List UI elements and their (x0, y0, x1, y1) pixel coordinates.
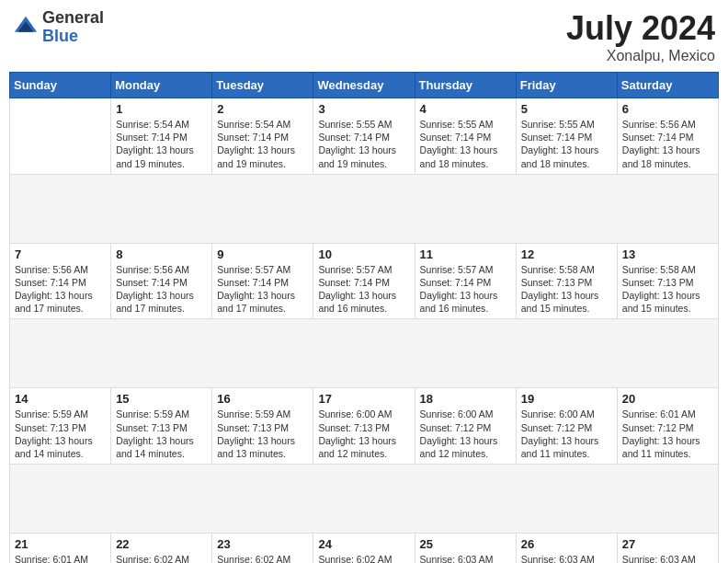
cell-day-number: 9 (217, 247, 308, 261)
sunset-text: Sunset: 7:14 PM (116, 276, 207, 289)
week-gap-row (10, 465, 719, 534)
cell-info: Sunrise: 6:01 AMSunset: 7:12 PMDaylight:… (15, 553, 106, 563)
week-row-2: 7Sunrise: 5:56 AMSunset: 7:14 PMDaylight… (10, 243, 719, 319)
cell-day-number: 20 (622, 392, 713, 406)
daylight-text: Daylight: 13 hours and 12 minutes. (318, 434, 409, 460)
cell-info: Sunrise: 6:02 AMSunset: 7:11 PMDaylight:… (217, 553, 308, 563)
header-saturday: Saturday (617, 73, 718, 98)
cell-day-number: 7 (15, 247, 106, 261)
sunrise-text: Sunrise: 6:00 AM (521, 408, 612, 420)
header-sunday: Sunday (10, 73, 111, 98)
logo: General Blue (13, 9, 104, 46)
cell-info: Sunrise: 5:55 AMSunset: 7:14 PMDaylight:… (420, 118, 511, 170)
cell-day-number: 8 (116, 247, 207, 261)
daylight-text: Daylight: 13 hours and 17 minutes. (116, 289, 207, 315)
cell-info: Sunrise: 5:57 AMSunset: 7:14 PMDaylight:… (420, 263, 511, 316)
cell-day-number: 14 (15, 392, 106, 406)
calendar-cell: 20Sunrise: 6:01 AMSunset: 7:12 PMDayligh… (617, 388, 718, 465)
cell-info: Sunrise: 6:00 AMSunset: 7:12 PMDaylight:… (420, 408, 511, 460)
cell-day-number: 17 (318, 392, 409, 406)
sunrise-text: Sunrise: 6:01 AM (622, 408, 713, 420)
daylight-text: Daylight: 13 hours and 15 minutes. (622, 289, 713, 315)
sunrise-text: Sunrise: 6:00 AM (318, 408, 409, 420)
header-wednesday: Wednesday (313, 73, 415, 98)
cell-day-number: 22 (116, 537, 207, 551)
cell-info: Sunrise: 5:56 AMSunset: 7:14 PMDaylight:… (15, 263, 106, 316)
sunset-text: Sunset: 7:13 PM (521, 276, 612, 289)
logo-text: General Blue (42, 9, 104, 46)
calendar-cell: 13Sunrise: 5:58 AMSunset: 7:13 PMDayligh… (617, 243, 718, 319)
cell-info: Sunrise: 6:02 AMSunset: 7:11 PMDaylight:… (116, 553, 207, 563)
cell-day-number: 2 (217, 102, 308, 116)
calendar-cell: 10Sunrise: 5:57 AMSunset: 7:14 PMDayligh… (313, 243, 415, 319)
cell-day-number: 3 (318, 102, 409, 116)
cell-day-number: 10 (318, 247, 409, 261)
sunrise-text: Sunrise: 6:00 AM (420, 408, 511, 420)
cell-info: Sunrise: 5:58 AMSunset: 7:13 PMDaylight:… (622, 263, 713, 316)
calendar-subtitle: Xonalpu, Mexico (566, 48, 715, 64)
daylight-text: Daylight: 13 hours and 11 minutes. (622, 434, 713, 460)
daylight-text: Daylight: 13 hours and 11 minutes. (521, 434, 612, 460)
daylight-text: Daylight: 13 hours and 18 minutes. (420, 144, 511, 169)
calendar-cell: 24Sunrise: 6:02 AMSunset: 7:11 PMDayligh… (313, 534, 415, 563)
daylight-text: Daylight: 13 hours and 19 minutes. (116, 144, 207, 169)
daylight-text: Daylight: 13 hours and 17 minutes. (15, 289, 106, 315)
week-row-1: 1Sunrise: 5:54 AMSunset: 7:14 PMDaylight… (10, 98, 719, 175)
logo-icon (13, 15, 39, 40)
sunrise-text: Sunrise: 6:01 AM (15, 553, 106, 563)
sunrise-text: Sunrise: 5:54 AM (217, 118, 308, 131)
sunset-text: Sunset: 7:13 PM (622, 276, 713, 289)
cell-day-number: 27 (622, 537, 713, 551)
cell-info: Sunrise: 6:02 AMSunset: 7:11 PMDaylight:… (318, 553, 409, 563)
calendar-header-row: SundayMondayTuesdayWednesdayThursdayFrid… (10, 73, 719, 98)
calendar-cell: 4Sunrise: 5:55 AMSunset: 7:14 PMDaylight… (415, 98, 516, 175)
cell-info: Sunrise: 6:03 AMSunset: 7:10 PMDaylight:… (622, 553, 713, 563)
cell-day-number: 21 (15, 537, 106, 551)
calendar-cell: 23Sunrise: 6:02 AMSunset: 7:11 PMDayligh… (212, 534, 313, 563)
cell-info: Sunrise: 5:57 AMSunset: 7:14 PMDaylight:… (318, 263, 409, 316)
title-block: July 2024 Xonalpu, Mexico (566, 9, 715, 64)
calendar-cell (10, 98, 111, 175)
cell-day-number: 18 (420, 392, 511, 406)
calendar-cell: 8Sunrise: 5:56 AMSunset: 7:14 PMDaylight… (111, 243, 212, 319)
sunrise-text: Sunrise: 5:56 AM (622, 118, 713, 131)
sunset-text: Sunset: 7:14 PM (217, 131, 308, 144)
sunrise-text: Sunrise: 5:59 AM (15, 408, 106, 420)
calendar-cell: 9Sunrise: 5:57 AMSunset: 7:14 PMDaylight… (212, 243, 313, 319)
calendar-cell: 11Sunrise: 5:57 AMSunset: 7:14 PMDayligh… (415, 243, 516, 319)
cell-day-number: 13 (622, 247, 713, 261)
sunset-text: Sunset: 7:14 PM (622, 131, 713, 144)
cell-info: Sunrise: 6:03 AMSunset: 7:10 PMDaylight:… (420, 553, 511, 563)
sunset-text: Sunset: 7:14 PM (318, 131, 409, 144)
cell-info: Sunrise: 5:57 AMSunset: 7:14 PMDaylight:… (217, 263, 308, 316)
sunrise-text: Sunrise: 6:02 AM (318, 553, 409, 563)
daylight-text: Daylight: 13 hours and 19 minutes. (318, 144, 409, 169)
calendar-cell: 6Sunrise: 5:56 AMSunset: 7:14 PMDaylight… (617, 98, 718, 175)
cell-info: Sunrise: 5:54 AMSunset: 7:14 PMDaylight:… (116, 118, 207, 170)
cell-info: Sunrise: 5:56 AMSunset: 7:14 PMDaylight:… (116, 263, 207, 316)
cell-info: Sunrise: 5:59 AMSunset: 7:13 PMDaylight:… (116, 408, 207, 460)
sunset-text: Sunset: 7:14 PM (521, 131, 612, 144)
sunrise-text: Sunrise: 5:55 AM (318, 118, 409, 131)
daylight-text: Daylight: 13 hours and 14 minutes. (15, 434, 106, 460)
sunrise-text: Sunrise: 6:02 AM (116, 553, 207, 563)
cell-day-number: 25 (420, 537, 511, 551)
calendar-cell: 17Sunrise: 6:00 AMSunset: 7:13 PMDayligh… (313, 388, 415, 465)
daylight-text: Daylight: 13 hours and 18 minutes. (521, 144, 612, 169)
calendar-cell: 19Sunrise: 6:00 AMSunset: 7:12 PMDayligh… (516, 388, 617, 465)
gap-cell (10, 465, 719, 534)
page-header: General Blue July 2024 Xonalpu, Mexico (9, 9, 719, 64)
cell-info: Sunrise: 5:58 AMSunset: 7:13 PMDaylight:… (521, 263, 612, 316)
calendar-cell: 3Sunrise: 5:55 AMSunset: 7:14 PMDaylight… (313, 98, 415, 175)
sunrise-text: Sunrise: 5:56 AM (116, 263, 207, 276)
sunset-text: Sunset: 7:14 PM (420, 276, 511, 289)
calendar-cell: 26Sunrise: 6:03 AMSunset: 7:10 PMDayligh… (516, 534, 617, 563)
calendar-cell: 27Sunrise: 6:03 AMSunset: 7:10 PMDayligh… (617, 534, 718, 563)
sunrise-text: Sunrise: 6:03 AM (521, 553, 612, 563)
cell-day-number: 1 (116, 102, 207, 116)
daylight-text: Daylight: 13 hours and 18 minutes. (622, 144, 713, 169)
sunset-text: Sunset: 7:12 PM (521, 421, 612, 434)
logo-general: General (42, 9, 104, 28)
sunrise-text: Sunrise: 5:59 AM (217, 408, 308, 420)
cell-info: Sunrise: 6:03 AMSunset: 7:10 PMDaylight:… (521, 553, 612, 563)
